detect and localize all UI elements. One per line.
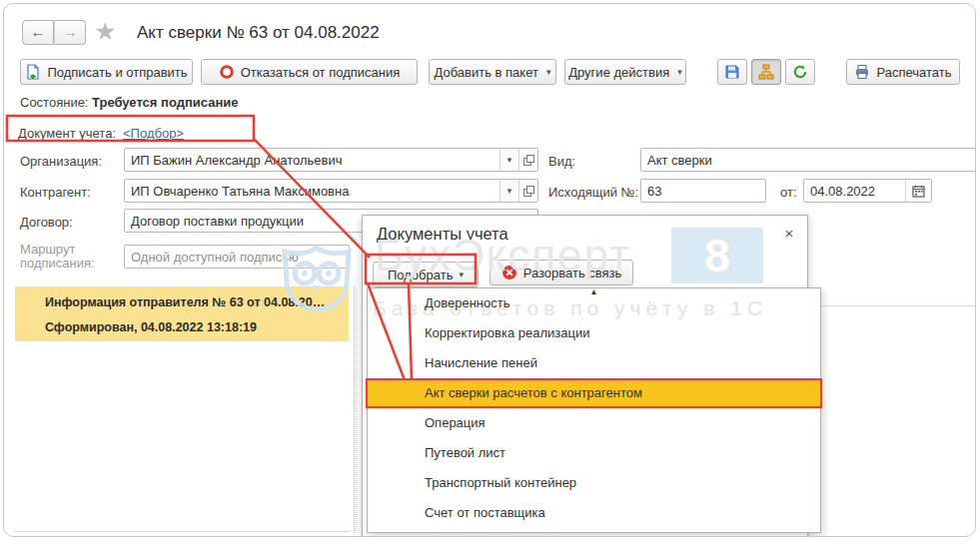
watermark-owl-logo <box>281 244 353 311</box>
contract-label: Договор: <box>20 215 73 230</box>
forward-icon: → <box>63 23 78 40</box>
sign-and-send-label: Подписать и отправить <box>47 65 187 80</box>
organization-value: ИП Бажин Александр Анатольевич <box>125 153 499 168</box>
refresh-button[interactable] <box>785 59 815 85</box>
scroll-up-icon[interactable]: ▲ <box>368 287 820 296</box>
other-actions-label: Другие действия <box>568 65 669 80</box>
add-to-package-label: Добавить в пакет <box>435 65 538 80</box>
other-actions-button[interactable]: Другие действия ▾ <box>564 59 686 85</box>
counterparty-open-button[interactable] <box>518 180 537 202</box>
kind-value: Акт сверки <box>641 153 975 168</box>
date-from-label: от: <box>780 185 797 200</box>
counterparty-value: ИП Овчаренко Татьяна Максимовна <box>125 184 499 199</box>
open-form-icon <box>523 155 534 166</box>
structure-button[interactable] <box>751 59 781 85</box>
menu-item-putevoy-list[interactable]: Путевой лист <box>368 438 820 468</box>
accounting-doc-label: Документ учета: <box>18 126 116 141</box>
menu-item-transportnyy-konteyner[interactable]: Транспортный контейнер <box>368 468 820 498</box>
outgoing-number-label: Исходящий №: <box>548 185 638 200</box>
chevron-down-icon: ▾ <box>546 67 551 77</box>
menu-item-schet-ot-postavshchika[interactable]: Счет от поставщика <box>368 498 820 528</box>
counterparty-dropdown-button[interactable]: ▾ <box>499 180 518 202</box>
forward-button[interactable]: → <box>54 20 86 45</box>
menu-item-akt-sverki-selected[interactable]: Акт сверки расчетов с контрагентом <box>368 378 820 408</box>
chevron-down-icon: ▾ <box>507 155 512 165</box>
organization-open-button[interactable] <box>518 149 537 171</box>
favorite-star-icon[interactable]: ★ <box>94 17 116 46</box>
organization-field[interactable]: ИП Бажин Александр Анатольевич ▾ <box>124 148 538 172</box>
save-floppy-icon <box>724 64 740 80</box>
refuse-signing-label: Отказаться от подписания <box>241 65 401 80</box>
add-to-package-button[interactable]: Добавить в пакет ▾ <box>429 59 556 85</box>
organization-label: Организация: <box>20 154 102 169</box>
refuse-signing-button[interactable]: Отказаться от подписания <box>201 59 418 85</box>
document-type-menu: ▲ База ответов по учёту в 1С Доверенност… <box>367 287 821 533</box>
status-value: Требуется подписание <box>92 95 238 110</box>
menu-item-nachislenie[interactable]: Начисление пеней <box>368 348 820 378</box>
pick-document-link[interactable]: <Подбор> <box>123 126 184 141</box>
organization-dropdown-button[interactable]: ▾ <box>499 149 518 171</box>
page-title: Акт сверки № 63 от 04.08.2022 <box>137 23 380 43</box>
menu-item-operaciya[interactable]: Операция <box>368 408 820 438</box>
panel-splitter[interactable] <box>354 286 357 533</box>
counterparty-field[interactable]: ИП Овчаренко Татьяна Максимовна ▾ <box>124 179 538 203</box>
sign-document-icon <box>25 64 41 80</box>
open-form-icon <box>523 186 534 197</box>
save-button[interactable] <box>717 59 747 85</box>
history-nav: ← → <box>22 20 86 45</box>
stop-icon <box>219 64 235 80</box>
menu-item-korrektirovka[interactable]: Корректировка реализации <box>368 318 820 348</box>
watermark-brand-text: БухЭксперт <box>375 231 631 280</box>
back-icon: ← <box>31 23 46 40</box>
kind-label: Вид: <box>548 154 575 169</box>
chevron-down-icon: ▾ <box>677 67 682 77</box>
refresh-icon <box>792 64 808 80</box>
kind-field[interactable]: Акт сверки <box>640 148 976 172</box>
date-field[interactable]: 04.08.2022 <box>803 179 932 203</box>
section-divider <box>818 305 975 306</box>
outgoing-number-value: 63 <box>641 184 765 199</box>
app-window: ← → ★ Акт сверки № 63 от 04.08.2022 Подп… <box>3 3 976 537</box>
status-label: Состояние: <box>20 95 88 110</box>
sign-and-send-button[interactable]: Подписать и отправить <box>20 59 193 85</box>
outgoing-number-field[interactable]: 63 <box>640 179 766 203</box>
list-item-status: Сформирован, 04.08.2022 13:18:19 <box>45 320 257 334</box>
printer-icon <box>854 64 870 80</box>
counterparty-label: Контрагент: <box>20 185 91 200</box>
back-button[interactable]: ← <box>22 20 54 45</box>
watermark-eight-badge: 8 <box>671 228 763 283</box>
print-label: Распечатать <box>876 65 951 80</box>
signing-route-label-2: подписания: <box>20 256 95 270</box>
attachments-list: Информация отправителя № 63 от 04.08.20…… <box>14 286 350 532</box>
date-value: 04.08.2022 <box>804 184 905 199</box>
calendar-button[interactable] <box>905 180 931 202</box>
calendar-icon <box>912 185 925 198</box>
chevron-down-icon: ▾ <box>507 186 512 196</box>
print-button[interactable]: Распечатать <box>846 59 960 85</box>
dialog-close-icon[interactable]: × <box>779 225 799 242</box>
signing-route-label: Маршрут <box>20 242 75 257</box>
hierarchy-tree-icon <box>758 64 774 80</box>
